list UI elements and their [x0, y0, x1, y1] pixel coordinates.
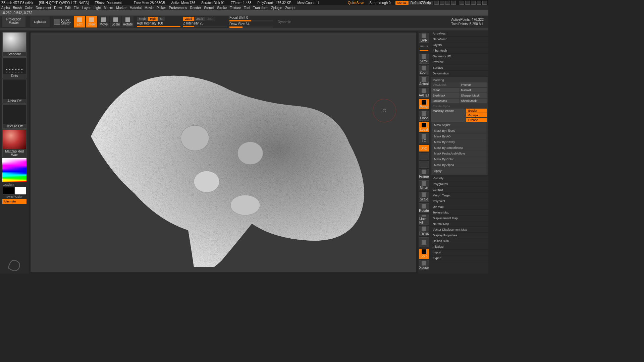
- menu-file[interactable]: File: [74, 6, 79, 10]
- viewport[interactable]: [30, 32, 417, 272]
- menu-layer[interactable]: Layer: [82, 6, 91, 10]
- menu-stroke[interactable]: Stroke: [217, 6, 227, 10]
- focal-shift-slider[interactable]: Focal Shift 0: [229, 16, 273, 19]
- quicksketch-button[interactable]: Quick Sketch: [53, 16, 72, 27]
- menu-zscript[interactable]: Zscript: [285, 6, 295, 10]
- maskbyfeature-button[interactable]: MaskByFeature: [431, 109, 466, 122]
- draw-mode-button[interactable]: Draw: [86, 16, 97, 27]
- dock-right-icon[interactable]: [440, 1, 444, 5]
- dock-bottom-icon[interactable]: [451, 1, 456, 5]
- primary-color-swatch[interactable]: [15, 187, 26, 194]
- section-surface[interactable]: Surface: [430, 65, 488, 71]
- section-texture-map[interactable]: Texture Map: [430, 210, 488, 216]
- material-thumbnail[interactable]: MatCap Red Wax: [2, 129, 26, 158]
- spix-slider[interactable]: SPix 3: [420, 45, 428, 48]
- menu-light[interactable]: Light: [94, 6, 101, 10]
- masking-header[interactable]: Masking: [431, 78, 487, 82]
- section-preview[interactable]: Preview: [430, 59, 488, 65]
- help-icon[interactable]: [465, 1, 470, 5]
- dock-top-icon[interactable]: [445, 1, 450, 5]
- menu-marker[interactable]: Marker: [116, 6, 126, 10]
- section-export[interactable]: Export: [430, 255, 488, 261]
- section-uv-map[interactable]: UV Map: [430, 204, 488, 210]
- quicksave-button[interactable]: QuickSave: [348, 1, 364, 5]
- dynamic-label[interactable]: Dynamic: [278, 20, 291, 24]
- section-contact[interactable]: Contact: [430, 187, 488, 193]
- nav-local-button[interactable]: Local: [419, 122, 429, 132]
- menu-transform[interactable]: Transform: [253, 6, 268, 10]
- brush-thumbnail[interactable]: Standard: [2, 32, 26, 57]
- lightbox-button[interactable]: LightBox: [30, 16, 50, 27]
- rgb-button[interactable]: Rgb: [148, 17, 158, 21]
- section-normal-map[interactable]: Normal Map: [430, 221, 488, 227]
- menu-material[interactable]: Material: [130, 6, 142, 10]
- minimize-icon[interactable]: [460, 1, 464, 5]
- zadd-button[interactable]: Zadd: [183, 17, 194, 21]
- section-nanomesh[interactable]: NanoMesh: [430, 37, 488, 42]
- menus-toggle[interactable]: Menus: [395, 1, 409, 5]
- menu-picker[interactable]: Picker: [157, 6, 166, 10]
- default-zscript[interactable]: DefaultZScript: [409, 1, 433, 5]
- menu-movie[interactable]: Movie: [145, 6, 154, 10]
- section-deformation[interactable]: Deformation: [430, 71, 488, 76]
- border-button[interactable]: Border: [466, 109, 487, 113]
- zcut-button[interactable]: Zcut: [206, 17, 216, 21]
- menu-zplugin[interactable]: Zplugin: [271, 6, 282, 10]
- menu-document[interactable]: Document: [36, 6, 51, 10]
- section-vector-displacement-map[interactable]: Vector Displacement Map: [430, 227, 488, 233]
- draw-size-slider[interactable]: Draw Size 64: [229, 22, 273, 26]
- mask-by-smoothness-button[interactable]: Mask By Smoothness: [432, 145, 486, 150]
- section-layers[interactable]: Layers: [430, 42, 488, 48]
- nav-xpose-button[interactable]: Xpose: [419, 260, 429, 270]
- secondary-color-swatch[interactable]: [3, 187, 14, 194]
- nav-xyz-button[interactable]: Xyz: [419, 145, 429, 152]
- mask-by-color-button[interactable]: Mask By Color: [432, 157, 486, 162]
- section-import[interactable]: Import: [430, 250, 488, 255]
- nav-transp-button[interactable]: Transp: [419, 226, 429, 236]
- close-icon[interactable]: [482, 1, 487, 5]
- inverse-button[interactable]: Inverse: [460, 82, 487, 87]
- rgb-intensity-slider[interactable]: Rgb Intensity 100: [137, 21, 180, 25]
- seethrough-slider[interactable]: See-through 0: [369, 1, 390, 5]
- nav-line fill-button[interactable]: Line Fill: [419, 215, 429, 225]
- menu-macro[interactable]: Macro: [104, 6, 113, 10]
- z-intensity-slider[interactable]: Z Intensity 25: [183, 21, 227, 25]
- edit-mode-button[interactable]: Edit: [74, 16, 85, 27]
- menu-render[interactable]: Render: [190, 6, 201, 10]
- projection-master-button[interactable]: Projection Master: [2, 16, 25, 27]
- nav-btn-button[interactable]: [419, 153, 429, 160]
- clear-button[interactable]: Clear: [431, 88, 459, 93]
- section-geometry-hd[interactable]: Geometry HD: [430, 54, 488, 59]
- m-button[interactable]: M: [158, 17, 165, 21]
- nav-floor-button[interactable]: Floor: [419, 111, 429, 121]
- alpha-thumbnail[interactable]: Alpha Off: [2, 79, 26, 104]
- blurmask-button[interactable]: BlurMask: [431, 93, 459, 98]
- dock-left-icon[interactable]: [434, 1, 439, 5]
- nav-scale-button[interactable]: Scale: [419, 192, 429, 202]
- nav-btn-button[interactable]: [419, 237, 429, 247]
- viewmask-button[interactable]: ViewMask: [431, 82, 459, 87]
- maximize-icon[interactable]: [477, 1, 481, 5]
- maskall-button[interactable]: MaskAll: [460, 88, 487, 93]
- nav-persp-button[interactable]: Persp: [419, 99, 429, 109]
- groups-button[interactable]: Groups: [466, 113, 487, 117]
- menu-texture[interactable]: Texture: [230, 6, 241, 10]
- mask-adjust-button[interactable]: Mask Adjust: [432, 122, 486, 128]
- section-display-properties[interactable]: Display Properties: [430, 233, 488, 238]
- section-displacement-map[interactable]: Displacement Map: [430, 216, 488, 221]
- create-alpha-button[interactable]: Create Alpha: [431, 104, 487, 109]
- collapse-icon[interactable]: [471, 1, 476, 5]
- color-picker[interactable]: [2, 158, 26, 182]
- nav-scroll-button[interactable]: Scroll: [419, 54, 429, 64]
- gradient-toggle[interactable]: Gradient: [1, 183, 14, 186]
- section-unified-skin[interactable]: Unified Skin: [430, 238, 488, 244]
- nav-move-button[interactable]: Move: [419, 180, 429, 190]
- alternate-button[interactable]: Alternate: [2, 199, 26, 204]
- growmask-button[interactable]: GrowMask: [431, 99, 459, 103]
- mask-by-fibers-button[interactable]: Mask By Fibers: [432, 128, 486, 133]
- switch-color-button[interactable]: SwitchColor: [6, 195, 22, 198]
- apply-button[interactable]: Apply: [432, 168, 486, 174]
- section-visibility[interactable]: Visibility: [430, 176, 488, 181]
- menu-brush[interactable]: Brush: [13, 6, 22, 10]
- section-arraymesh[interactable]: ArrayMesh: [430, 31, 488, 37]
